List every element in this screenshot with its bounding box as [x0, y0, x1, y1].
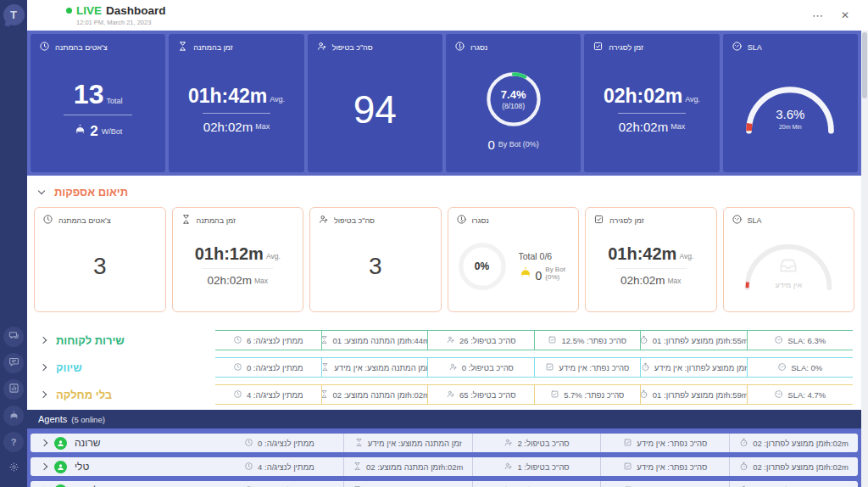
bar-chart-icon — [8, 382, 19, 397]
sidebar-icon-stack: ? — [3, 327, 24, 479]
total-handled-value: 94 — [353, 90, 397, 129]
max-suffix: Max — [667, 277, 681, 287]
hourglass-icon — [322, 335, 329, 346]
deliv-card-chats-waiting: צ'אטים בהמתנה 3 — [34, 207, 166, 312]
department-name: שיווק — [56, 361, 82, 374]
deliv-wait-avg: 01h:12m — [195, 245, 264, 262]
deliv-card-total-handled: סה"כ בטיפול 3 — [309, 207, 442, 312]
metric-handled: סה"כ בטיפול: 26 — [428, 331, 535, 350]
clock-icon — [233, 335, 242, 346]
person-plus-icon — [504, 462, 513, 473]
close-avg-value: 02h:02m — [604, 87, 682, 106]
live-label: LIVE — [76, 4, 102, 17]
deliv-closed-total: Total 0/6 — [519, 251, 571, 261]
deliveries-section-toggle[interactable]: תיאום אספקות — [34, 184, 854, 207]
metric-avg-resolution: זמן ממוצע לפתרון: 00h:01m — [730, 481, 858, 487]
deliv-card-wait-time: זמן בהמתנה 01h:12mAvg. 02h:02mMax — [172, 207, 304, 312]
divider — [618, 113, 687, 114]
gauge-icon — [774, 389, 783, 400]
department-metrics-strip: ממתין לנציג/ה: 0 זמן המתנה ממוצע: אין מי… — [215, 357, 853, 378]
bot-nav-button[interactable] — [3, 406, 24, 426]
deliv-chats-value: 3 — [93, 253, 107, 280]
sla-gauge-chart: 3.6% 20m Min — [740, 83, 840, 136]
app-logo[interactable]: T — [3, 4, 25, 25]
messages-nav-button[interactable] — [3, 353, 24, 373]
department-name: בלי מחלקה — [56, 389, 112, 401]
kpi-section: צ'אטים בהמתנה 13Total 2W/Bot זמן בהמתנה … — [27, 31, 861, 176]
person-plus-icon — [446, 389, 455, 400]
kpi-card-wait-time: זמן בהמתנה 01h:42mAvg. 02h:02mMax — [169, 34, 303, 172]
card-label: SLA — [748, 216, 762, 225]
metric-avg-resolution: זמן ממוצע לפתרון: 02h:02m — [730, 434, 858, 452]
metric-handled: סה"כ בטיפול: 1 — [473, 457, 602, 476]
kpi-label: SLA — [748, 43, 762, 52]
metric-waiting: ממתין לנציג/ה: 0 — [215, 358, 322, 377]
scrollbar-thumb[interactable] — [862, 32, 867, 98]
metric-resolved: סה"כ נפתר: 100.0% — [601, 481, 730, 487]
sidebar: T ? — [0, 0, 27, 487]
chevron-right-icon — [41, 439, 47, 446]
deliv-wait-max: 02h:02m — [207, 275, 252, 287]
avg-suffix: Avg. — [685, 95, 700, 106]
metric-avg-wait: זמן המתנה ממוצע: 02h:02m — [344, 457, 473, 476]
clock-icon — [42, 214, 53, 227]
kpi-label: נסגרו — [470, 43, 487, 52]
agent-row-sharona[interactable]: שרונה ממתין לנציג/ה: 0 זמן המתנה ממוצע: … — [31, 434, 858, 452]
agent-avatar — [54, 461, 67, 473]
agent-name: שרונה — [75, 437, 101, 449]
person-plus-icon — [504, 438, 513, 449]
clock-icon — [233, 389, 242, 400]
agent-name: טלי — [75, 461, 89, 473]
metric-handled: סה"כ בטיפול: 65 — [428, 385, 535, 404]
help-button[interactable]: ? — [3, 432, 24, 452]
metric-waiting: ממתין לנציג/ה: 3 — [215, 481, 344, 487]
clock-icon — [244, 438, 253, 449]
gauge-icon — [774, 335, 783, 346]
metric-resolved: סה"כ נפתר: 5.7% — [535, 385, 642, 404]
department-row-marketing[interactable]: שיווק ממתין לנציג/ה: 0 זמן המתנה ממוצע: … — [31, 357, 853, 378]
sla-min: 20m Min — [740, 123, 840, 131]
department-row-customer-service[interactable]: שירות לקוחות ממתין לנציג/ה: 6 זמן המתנה … — [31, 330, 853, 350]
analytics-nav-button[interactable] — [3, 379, 24, 400]
deliv-by-bot-value: 0 — [536, 270, 542, 282]
chevron-right-icon — [40, 337, 47, 344]
metric-avg-resolution: זמן ממוצע לפתרון: 02h:02m — [730, 457, 858, 476]
checkbox-icon — [550, 389, 559, 400]
checkbox-icon — [548, 335, 557, 346]
chats-nav-button[interactable] — [3, 327, 24, 347]
agent-row-shlomit[interactable]: שלומית ממתין לנציג/ה: 3 זמן המתנה ממוצע:… — [31, 481, 858, 487]
hourglass-icon — [322, 389, 329, 400]
deliveries-section: תיאום אספקות צ'אטים בהמתנה 3 זמן בהמתנה … — [27, 176, 861, 325]
metric-avg-resolution: זמן ממוצע לפתרון: 01h:59m — [641, 385, 748, 404]
max-suffix: Max — [255, 122, 270, 133]
agent-metrics-strip: ממתין לנציג/ה: 0 זמן המתנה ממוצע: אין מי… — [215, 434, 858, 452]
kpi-label: צ'אטים בהמתנה — [55, 43, 108, 52]
max-suffix: Max — [254, 277, 268, 287]
agent-row-tali[interactable]: טלי ממתין לנציג/ה: 4 זמן המתנה ממוצע: 02… — [31, 457, 858, 476]
kpi-card-sla: SLA 3.6% 20m Min — [723, 34, 858, 172]
scrollbar-track[interactable] — [861, 31, 868, 487]
close-icon[interactable]: ✕ — [841, 9, 849, 21]
department-row-no-department[interactable]: בלי מחלקה ממתין לנציג/ה: 4 זמן המתנה ממו… — [31, 384, 853, 405]
page-header: LIVE Dashboard 12:01 PM, March 21, 2023 … — [27, 0, 861, 31]
settings-button[interactable] — [3, 458, 24, 479]
title-block: LIVE Dashboard 12:01 PM, March 21, 2023 — [39, 4, 166, 26]
live-dashboard-app: T ? LIVE Dashboard 12:01 PM, March 21, 2… — [0, 0, 868, 487]
metric-waiting: ממתין לנציג/ה: 4 — [215, 385, 322, 404]
hourglass-icon — [177, 41, 188, 53]
deliv-handled-value: 3 — [369, 253, 382, 280]
overflow-menu-icon[interactable]: ⋯ — [812, 9, 824, 22]
card-label: זמן בהמתנה — [197, 216, 236, 225]
checkbox-icon — [545, 362, 554, 373]
hourglass-icon — [181, 214, 192, 227]
divider — [203, 113, 271, 114]
gear-icon — [8, 461, 19, 476]
total-suffix: Total — [106, 97, 122, 108]
bot-icon — [74, 122, 86, 138]
person-plus-icon — [448, 362, 458, 373]
agents-title: Agents — [38, 414, 67, 424]
person-plus-icon — [446, 335, 455, 346]
help-icon: ? — [11, 437, 17, 447]
chevron-right-icon — [40, 391, 47, 398]
stopwatch-icon — [739, 462, 748, 473]
